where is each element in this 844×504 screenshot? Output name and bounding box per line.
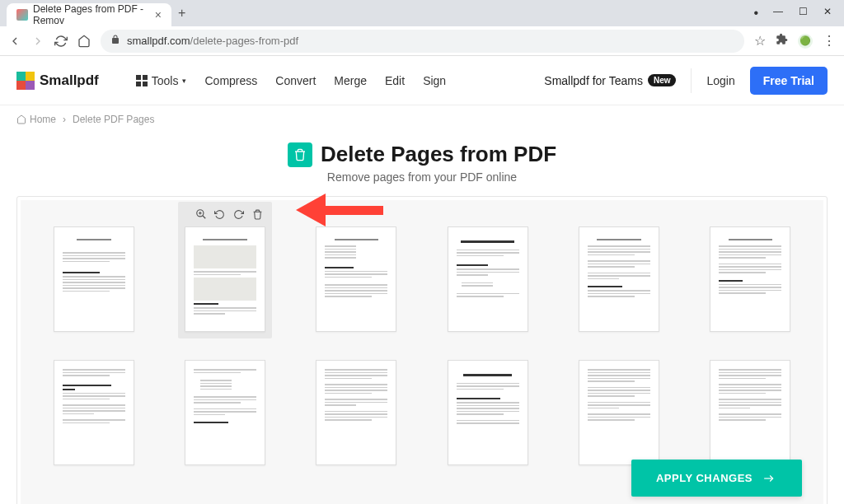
breadcrumb-home-label: Home	[30, 114, 56, 125]
breadcrumb-current: Delete PDF Pages	[73, 114, 154, 125]
reload-button[interactable]	[54, 35, 68, 48]
teams-link[interactable]: Smallpdf for Teams New	[544, 74, 676, 87]
logo-icon	[16, 72, 35, 90]
page-thumbnail-3[interactable]	[309, 220, 403, 338]
app-header: Smallpdf Tools ▾ Compress Convert Merge …	[0, 56, 844, 105]
dot-icon: •	[753, 6, 758, 21]
url-domain: smallpdf.com	[127, 35, 190, 47]
workspace-inner	[21, 200, 823, 504]
login-link[interactable]: Login	[706, 74, 734, 87]
header-nav: Tools ▾ Compress Convert Merge Edit Sign	[136, 74, 446, 87]
extension-avatar[interactable]: 🟢	[798, 34, 813, 49]
menu-icon[interactable]: ⋮	[823, 33, 836, 49]
page-thumbnail-11[interactable]	[572, 353, 666, 472]
forward-button[interactable]	[31, 35, 45, 48]
window-close[interactable]: ✕	[823, 6, 832, 21]
main-content: Delete Pages from PDF Remove pages from …	[0, 133, 844, 504]
extensions-icon[interactable]	[776, 33, 788, 49]
logo-text: Smallpdf	[40, 72, 99, 89]
browser-titlebar: Delete Pages from PDF - Remov × + • — ☐ …	[0, 0, 844, 26]
smallpdf-logo[interactable]: Smallpdf	[16, 72, 99, 90]
lock-icon	[110, 35, 120, 47]
header-right: Smallpdf for Teams New Login Free Trial	[544, 67, 828, 95]
page-thumbnail-5[interactable]	[572, 220, 666, 338]
window-minimize[interactable]: —	[773, 6, 783, 21]
browser-tab[interactable]: Delete Pages from PDF - Remov ×	[7, 3, 171, 26]
delete-icon	[288, 142, 312, 167]
breadcrumb: Home › Delete PDF Pages	[0, 105, 844, 133]
nav-compress[interactable]: Compress	[204, 74, 257, 87]
arrow-right-icon	[761, 473, 777, 484]
page-thumbnail-8[interactable]	[178, 353, 272, 472]
browser-toolbar: smallpdf.com/delete-pages-from-pdf ☆ 🟢 ⋮	[0, 26, 844, 56]
rotate-cw-icon[interactable]	[232, 207, 246, 222]
page-thumbnail-10[interactable]	[441, 353, 535, 472]
tab-close-icon[interactable]: ×	[155, 8, 162, 21]
page-thumbnail-1[interactable]	[47, 220, 141, 338]
breadcrumb-home[interactable]: Home	[16, 114, 56, 125]
grid-icon	[136, 75, 148, 86]
thumbnail-toolbar	[194, 207, 265, 222]
tab-title: Delete Pages from PDF - Remov	[33, 3, 147, 26]
page-thumbnail-9[interactable]	[309, 353, 403, 472]
nav-tools[interactable]: Tools ▾	[136, 74, 187, 87]
delete-page-icon[interactable]	[251, 207, 265, 222]
page-thumbnail-4[interactable]	[441, 220, 535, 338]
breadcrumb-separator: ›	[63, 114, 66, 125]
url-path: /delete-pages-from-pdf	[190, 35, 299, 47]
page-title-row: Delete Pages from PDF	[16, 142, 828, 167]
bookmark-icon[interactable]: ☆	[754, 33, 766, 49]
back-button[interactable]	[8, 35, 21, 48]
page-thumbnail-6[interactable]	[703, 220, 797, 338]
chevron-down-icon: ▾	[182, 77, 186, 85]
svg-line-1	[203, 216, 206, 219]
workspace: APPLY CHANGES	[16, 196, 828, 504]
page-thumbnail-12[interactable]	[703, 353, 797, 472]
zoom-icon[interactable]	[194, 207, 209, 222]
apply-label: APPLY CHANGES	[656, 472, 753, 484]
url-bar[interactable]: smallpdf.com/delete-pages-from-pdf	[101, 30, 744, 53]
page-thumbnail-7[interactable]	[47, 353, 141, 472]
tab-favicon	[16, 9, 28, 21]
window-maximize[interactable]: ☐	[798, 6, 808, 21]
free-trial-button[interactable]: Free Trial	[750, 67, 828, 95]
new-tab-button[interactable]: +	[178, 6, 185, 21]
rotate-ccw-icon[interactable]	[213, 207, 227, 222]
page-subtitle: Remove pages from your PDF online	[16, 170, 828, 184]
window-controls: • — ☐ ✕	[753, 6, 837, 21]
apply-changes-button[interactable]: APPLY CHANGES	[631, 460, 802, 497]
divider	[691, 68, 692, 93]
teams-label: Smallpdf for Teams	[544, 74, 643, 87]
annotation-arrow	[296, 194, 383, 226]
home-button[interactable]	[77, 35, 91, 48]
nav-merge[interactable]: Merge	[334, 74, 367, 87]
home-icon	[16, 114, 26, 124]
nav-convert[interactable]: Convert	[275, 74, 316, 87]
page-title: Delete Pages from PDF	[321, 142, 556, 167]
thumbnails-grid	[35, 220, 809, 472]
nav-sign[interactable]: Sign	[423, 74, 446, 87]
nav-edit[interactable]: Edit	[385, 74, 405, 87]
nav-tools-label: Tools	[152, 74, 179, 87]
badge-new: New	[648, 74, 677, 86]
page-thumbnail-2[interactable]	[178, 202, 272, 338]
